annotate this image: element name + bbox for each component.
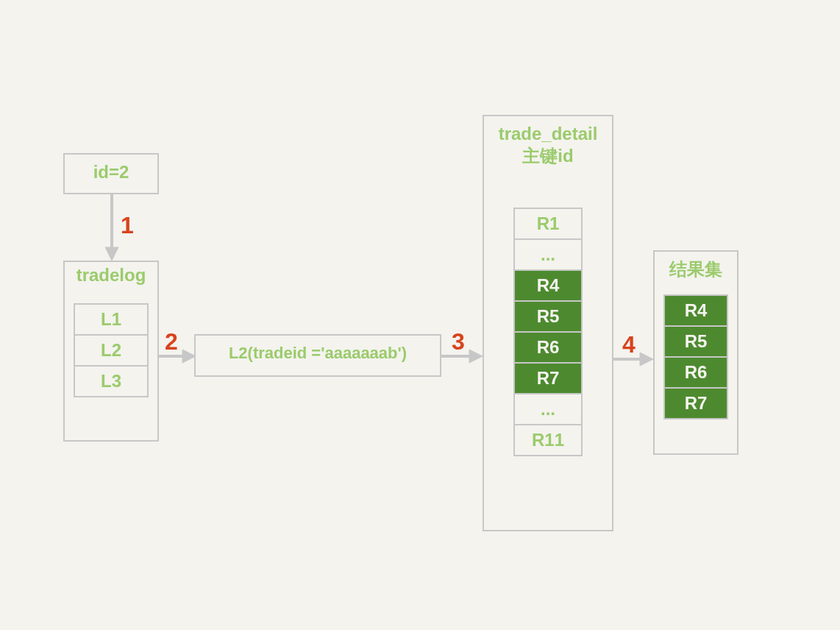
result-row: R5: [663, 325, 728, 358]
svg-marker-7: [640, 353, 653, 366]
lookup-box: L2(tradeid ='aaaaaaab'): [194, 334, 441, 377]
trade-detail-rows: R1 ... R4 R5 R6 R7 ... R11: [513, 209, 583, 456]
svg-marker-1: [105, 247, 118, 261]
step-1: 1: [121, 212, 134, 239]
result-title: 结果集: [655, 252, 737, 281]
tradelog-box: tradelog L1 L2 L3: [63, 261, 159, 442]
result-box: 结果集 R4 R5 R6 R7: [653, 250, 738, 455]
step-3: 3: [452, 328, 465, 355]
detail-row-hit: R7: [513, 362, 583, 394]
diagram-canvas: id=2 1 tradelog L1 L2 L3 2 L2(tradeid ='…: [0, 0, 840, 630]
result-rows: R4 R5 R6 R7: [663, 296, 728, 420]
result-row: R7: [663, 387, 728, 420]
detail-row: R1: [513, 208, 583, 240]
id-box: id=2: [63, 153, 159, 194]
trade-detail-title1: trade_detail: [484, 116, 612, 146]
detail-row-hit: R6: [513, 331, 583, 364]
svg-marker-5: [469, 350, 483, 363]
tradelog-rows: L1 L2 L3: [74, 305, 149, 397]
step-4: 4: [622, 331, 636, 358]
trade-detail-title2: 主键id: [484, 146, 612, 168]
detail-row-hit: R4: [513, 269, 583, 302]
detail-row: ...: [513, 393, 583, 425]
id-box-label: id=2: [65, 155, 157, 184]
step-2: 2: [165, 328, 178, 355]
tradelog-row: L3: [74, 365, 149, 397]
tradelog-title: tradelog: [65, 262, 157, 287]
detail-row: ...: [513, 238, 583, 271]
result-row: R4: [663, 294, 728, 327]
tradelog-row: L2: [74, 334, 149, 367]
result-row: R6: [663, 356, 728, 389]
arrow-1: [103, 194, 121, 262]
lookup-text: L2(tradeid ='aaaaaaab'): [196, 336, 440, 364]
tradelog-row: L1: [74, 303, 149, 336]
detail-row-hit: R5: [513, 300, 583, 333]
detail-row: R11: [513, 424, 583, 456]
trade-detail-box: trade_detail 主键id R1 ... R4 R5 R6 R7 ...…: [483, 115, 613, 531]
